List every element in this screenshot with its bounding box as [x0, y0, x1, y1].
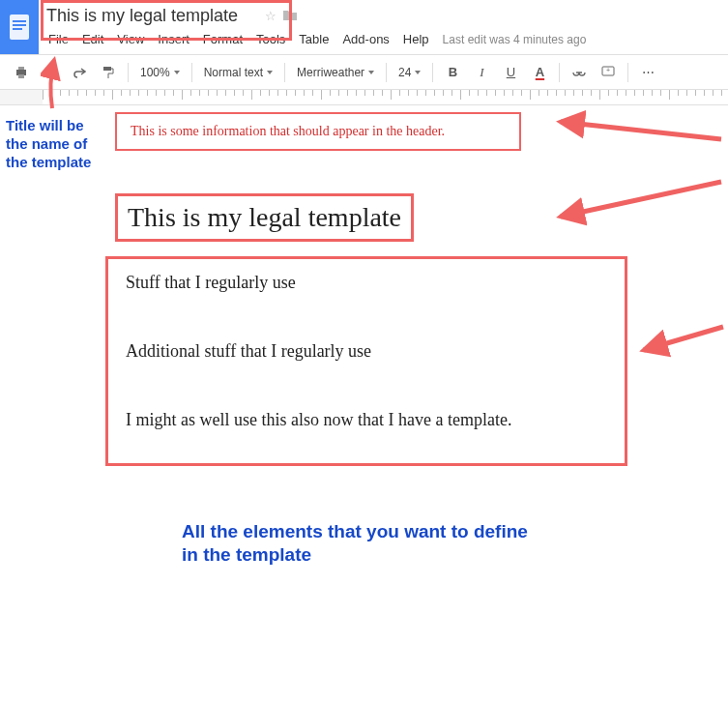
horizontal-ruler	[0, 90, 728, 105]
body-paragraph[interactable]: Stuff that I regularly use	[126, 273, 607, 293]
svg-rect-3	[13, 28, 22, 30]
separator	[386, 63, 387, 82]
chevron-down-icon	[174, 71, 180, 74]
paragraph-style-dropdown[interactable]: Normal text	[198, 60, 278, 85]
link-icon	[571, 68, 587, 77]
redo-icon	[73, 67, 86, 78]
italic-button[interactable]: I	[468, 60, 495, 85]
chevron-down-icon	[415, 71, 421, 74]
separator	[191, 63, 192, 82]
svg-rect-5	[18, 67, 24, 70]
toolbar: 100% Normal text Merriweather 24 B I U A…	[0, 55, 728, 90]
svg-rect-0	[10, 15, 29, 40]
redo-button[interactable]	[66, 60, 93, 85]
menu-format[interactable]: Format	[203, 32, 243, 46]
folder-icon[interactable]	[282, 9, 298, 23]
separator	[284, 63, 285, 82]
comment-button[interactable]: +	[595, 60, 622, 85]
menu-edit[interactable]: Edit	[82, 32, 103, 46]
title-area: ☆ File Edit View Insert Format Tools Tab…	[39, 0, 592, 52]
paint-roller-icon	[102, 66, 114, 79]
docs-icon	[8, 13, 31, 42]
app-header: ☆ File Edit View Insert Format Tools Tab…	[0, 0, 728, 55]
separator	[432, 63, 433, 82]
svg-text:+: +	[606, 67, 610, 73]
svg-rect-7	[103, 67, 111, 71]
document-canvas: This is some information that should app…	[43, 106, 720, 701]
text-color-button[interactable]: A	[526, 60, 553, 85]
body-paragraph[interactable]: Additional stuff that I regularly use	[126, 341, 607, 362]
annotation-body-note: All the elements that you want to define…	[182, 520, 539, 567]
svg-rect-6	[18, 74, 24, 78]
paragraph-style-value: Normal text	[204, 66, 263, 79]
undo-button[interactable]	[37, 60, 64, 85]
separator	[627, 63, 628, 82]
font-size-dropdown[interactable]: 24	[393, 60, 426, 85]
menu-tools[interactable]: Tools	[256, 32, 285, 46]
zoom-value: 100%	[140, 66, 170, 79]
print-icon	[15, 66, 28, 79]
undo-icon	[44, 67, 57, 78]
menu-help[interactable]: Help	[403, 32, 429, 46]
paint-format-button[interactable]	[95, 60, 122, 85]
body-paragraph[interactable]: I might as well use this also now that I…	[126, 410, 607, 430]
font-value: Merriweather	[297, 66, 364, 79]
annotation-title-note: Title will be the name of the template	[6, 117, 102, 171]
underline-button[interactable]: U	[497, 60, 524, 85]
document-body[interactable]: Stuff that I regularly use Additional st…	[105, 256, 627, 466]
svg-rect-1	[13, 20, 26, 22]
chevron-down-icon	[267, 71, 273, 74]
document-title-input[interactable]	[44, 4, 257, 28]
chevron-down-icon	[368, 71, 374, 74]
separator	[128, 63, 129, 82]
menu-table[interactable]: Table	[299, 32, 329, 46]
svg-rect-2	[13, 24, 26, 26]
star-icon[interactable]: ☆	[265, 9, 277, 23]
bold-button[interactable]: B	[439, 60, 466, 85]
docs-logo[interactable]	[0, 0, 39, 54]
menu-view[interactable]: View	[117, 32, 144, 46]
font-dropdown[interactable]: Merriweather	[291, 60, 380, 85]
menu-file[interactable]: File	[48, 32, 69, 46]
link-button[interactable]	[566, 60, 593, 85]
menu-insert[interactable]: Insert	[158, 32, 189, 46]
separator	[559, 63, 560, 82]
font-size-value: 24	[398, 66, 411, 79]
more-button[interactable]: ⋯	[634, 60, 661, 85]
menu-addons[interactable]: Add-ons	[342, 32, 389, 46]
last-edit-status: Last edit was 4 minutes ago	[443, 33, 587, 46]
comment-icon: +	[601, 66, 615, 79]
page-header-text[interactable]: This is some information that should app…	[115, 112, 521, 151]
menu-bar: File Edit View Insert Format Tools Table…	[44, 28, 586, 52]
print-button[interactable]	[8, 60, 35, 85]
zoom-dropdown[interactable]: 100%	[134, 60, 186, 85]
document-heading[interactable]: This is my legal template	[115, 193, 414, 242]
